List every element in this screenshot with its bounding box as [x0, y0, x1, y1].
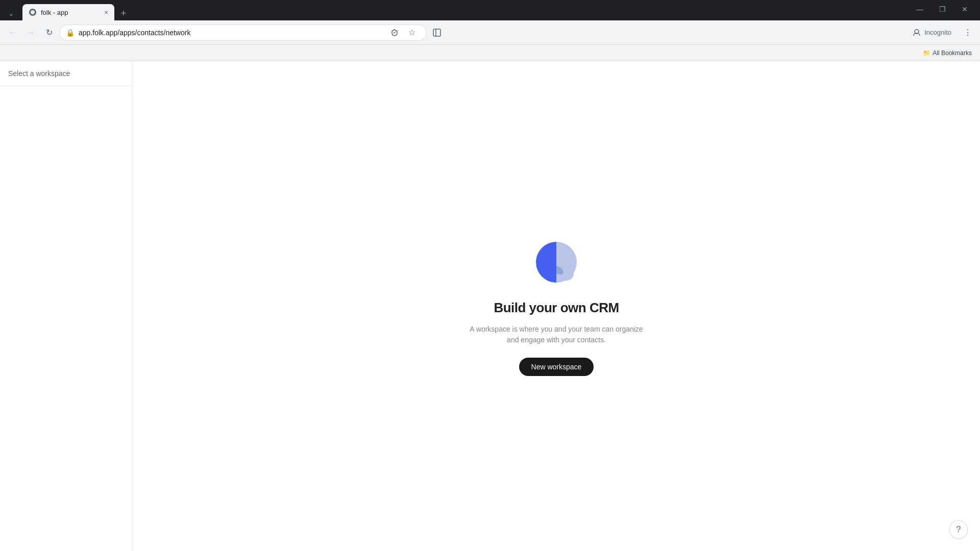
sidebar-divider [0, 86, 132, 86]
forward-icon: → [27, 28, 35, 37]
all-bookmarks-item[interactable]: 📁 All Bookmarks [919, 47, 976, 59]
address-bar[interactable]: 🔒 app.folk.app/apps/contacts/network ☆ [59, 24, 427, 41]
svg-line-3 [394, 32, 396, 33]
close-button[interactable]: ✕ [953, 2, 976, 16]
maximize-button[interactable]: ❐ [931, 2, 953, 16]
main-content: Build your own CRM A workspace is where … [133, 61, 980, 551]
browser-toolbar: ← → ↻ 🔒 app.folk.app/apps/contacts/netwo… [0, 20, 980, 45]
lock-icon: 🔒 [66, 29, 75, 37]
minimize-button[interactable]: — [909, 2, 931, 16]
incognito-button[interactable]: Incognito [906, 26, 958, 39]
back-icon: ← [8, 28, 16, 37]
main-subtitle: A workspace is where you and your team c… [470, 324, 643, 345]
address-bar-right: ☆ [386, 24, 420, 41]
tab-title: folk - app [41, 9, 98, 16]
back-button[interactable]: ← [4, 24, 20, 41]
tab-overflow-button[interactable]: ⌄ [4, 6, 18, 20]
menu-button[interactable]: ⋮ [960, 24, 976, 41]
folder-icon: 📁 [923, 49, 930, 57]
url-text: app.folk.app/apps/contacts/network [79, 29, 382, 37]
bookmarks-label: All Bookmarks [933, 49, 972, 57]
browser-frame: ⌄ folk - app ✕ + — ❐ ✕ ← [0, 0, 980, 551]
tab-strip: folk - app ✕ + [22, 0, 131, 20]
svg-rect-4 [433, 29, 440, 36]
sidebar: Select a workspace [0, 61, 133, 551]
tab-close-button[interactable]: ✕ [102, 8, 110, 16]
tab-favicon [29, 8, 37, 16]
help-button[interactable]: ? [949, 520, 968, 539]
new-workspace-button[interactable]: New workspace [519, 358, 594, 376]
refresh-button[interactable]: ↻ [41, 24, 57, 41]
bookmark-icon[interactable]: ☆ [404, 24, 420, 41]
sidebar-header: Select a workspace [0, 61, 132, 82]
browser-titlebar: ⌄ folk - app ✕ + — ❐ ✕ [0, 0, 980, 20]
main-title: Build your own CRM [494, 300, 619, 316]
new-tab-button[interactable]: + [116, 6, 131, 20]
crm-illustration [531, 237, 582, 288]
bookmarks-bar: 📁 All Bookmarks [0, 45, 980, 61]
sidebar-toggle-icon[interactable] [429, 24, 445, 41]
refresh-icon: ↻ [46, 28, 53, 37]
active-tab[interactable]: folk - app ✕ [22, 4, 114, 20]
app-content: Select a workspace Build your own CRM [0, 61, 980, 551]
center-content: Build your own CRM A workspace is where … [470, 237, 643, 376]
help-icon: ? [957, 525, 961, 534]
forward-button[interactable]: → [22, 24, 39, 41]
svg-point-1 [31, 10, 35, 14]
tracking-protection-icon[interactable] [386, 24, 403, 41]
incognito-label: Incognito [924, 29, 951, 36]
window-controls: — ❐ ✕ [909, 2, 980, 20]
